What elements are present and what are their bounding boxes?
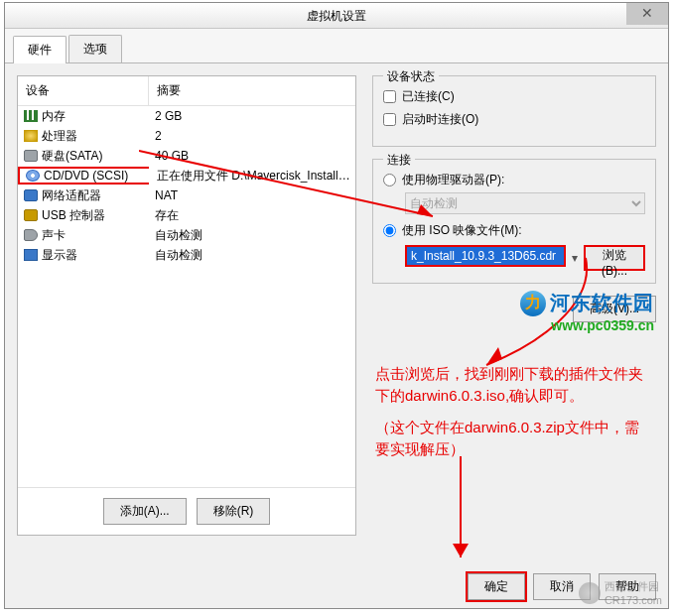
usb-icon	[24, 209, 38, 221]
watermark-logo-1: 力 河东软件园	[520, 290, 654, 316]
title-bar: 虚拟机设置 ✕	[5, 3, 668, 29]
use-physical-radio[interactable]	[383, 174, 396, 186]
device-name: 声卡	[42, 227, 66, 244]
device-row[interactable]: 显示器自动检测	[18, 245, 355, 265]
device-name: 显示器	[42, 247, 77, 264]
tab-hardware[interactable]: 硬件	[13, 36, 67, 63]
iso-path-input[interactable]	[405, 245, 566, 267]
device-summary: 自动检测	[149, 247, 355, 264]
cd-icon	[26, 170, 40, 182]
browse-button[interactable]: 浏览(B)...	[584, 245, 645, 271]
connection-group: 连接 使用物理驱动器(P): 自动检测 使用 ISO 映像文件(M): ▾	[372, 159, 656, 284]
connect-on-power-label: 启动时连接(O)	[402, 111, 478, 128]
remove-button[interactable]: 移除(R)	[197, 498, 271, 525]
net-icon	[24, 189, 38, 201]
dropdown-icon[interactable]: ▾	[572, 251, 578, 265]
connect-on-power-row[interactable]: 启动时连接(O)	[383, 111, 645, 128]
globe-icon: 力	[520, 291, 546, 316]
add-button[interactable]: 添加(A)...	[103, 498, 187, 525]
device-row[interactable]: 内存2 GB	[18, 106, 355, 126]
device-name: 处理器	[42, 128, 77, 145]
device-summary: 40 GB	[149, 149, 355, 163]
device-name: 硬盘(SATA)	[42, 148, 103, 165]
ball-icon	[579, 582, 601, 604]
column-device: 设备	[18, 76, 149, 106]
use-iso-radio[interactable]	[383, 224, 396, 237]
ok-button[interactable]: 确定	[468, 573, 525, 600]
connect-on-power-checkbox[interactable]	[383, 113, 396, 126]
device-summary: 2 GB	[149, 109, 355, 123]
device-summary: 自动检测	[149, 227, 355, 244]
connection-group-title: 连接	[383, 152, 415, 169]
cpu-icon	[24, 130, 38, 142]
watermark-text-2: 西西软件园	[605, 579, 662, 594]
device-row[interactable]: 处理器2	[18, 126, 355, 146]
device-name: CD/DVD (SCSI)	[44, 169, 128, 183]
device-name: USB 控制器	[42, 207, 105, 224]
device-summary: 正在使用文件 D:\Mavercisk_Install_...	[149, 166, 355, 186]
tab-options[interactable]: 选项	[68, 35, 122, 62]
use-physical-row[interactable]: 使用物理驱动器(P):	[383, 172, 645, 188]
watermark-url-1: www.pc0359.cn	[551, 317, 654, 333]
use-physical-label: 使用物理驱动器(P):	[402, 172, 504, 188]
connected-label: 已连接(C)	[402, 88, 455, 105]
device-summary: NAT	[149, 188, 355, 202]
physical-drive-combo[interactable]: 自动检测	[405, 192, 645, 214]
dsp-icon	[24, 249, 38, 261]
device-row[interactable]: CD/DVD (SCSI)正在使用文件 D:\Mavercisk_Install…	[18, 166, 355, 185]
mem-icon	[24, 110, 38, 122]
device-list: 设备 摘要 内存2 GB处理器2硬盘(SATA)40 GBCD/DVD (SCS…	[17, 75, 356, 536]
connected-checkbox-row[interactable]: 已连接(C)	[383, 88, 645, 105]
column-summary: 摘要	[149, 76, 355, 106]
device-summary: 存在	[149, 207, 355, 224]
connected-checkbox[interactable]	[383, 90, 396, 103]
device-name: 网络适配器	[42, 187, 101, 204]
status-group: 设备状态 已连接(C) 启动时连接(O)	[372, 75, 656, 147]
tab-strip: 硬件 选项	[5, 29, 668, 63]
device-summary: 2	[149, 129, 355, 143]
use-iso-row[interactable]: 使用 ISO 映像文件(M):	[383, 222, 645, 239]
device-row[interactable]: USB 控制器存在	[18, 205, 355, 225]
snd-icon	[24, 229, 38, 241]
annotation-note-2: （这个文件在darwin6.0.3.zip文件中，需要实现解压）	[375, 417, 653, 460]
watermark-url-2: CR173.com	[605, 594, 662, 606]
device-row[interactable]: 声卡自动检测	[18, 225, 355, 245]
watermark-logo-2: 西西软件园 CR173.com	[579, 579, 662, 606]
device-name: 内存	[42, 108, 66, 125]
device-row[interactable]: 网络适配器NAT	[18, 185, 355, 205]
window-title: 虚拟机设置	[307, 8, 366, 25]
hd-icon	[24, 150, 38, 162]
annotation-note-1: 点击浏览后，找到刚刚下载的插件文件夹下的darwin6.0.3.iso,确认即可…	[375, 363, 653, 407]
device-row[interactable]: 硬盘(SATA)40 GB	[18, 146, 355, 166]
close-button[interactable]: ✕	[626, 3, 668, 25]
watermark-logo-text: 河东软件园	[550, 290, 654, 316]
status-group-title: 设备状态	[383, 68, 439, 85]
use-iso-label: 使用 ISO 映像文件(M):	[402, 222, 522, 239]
